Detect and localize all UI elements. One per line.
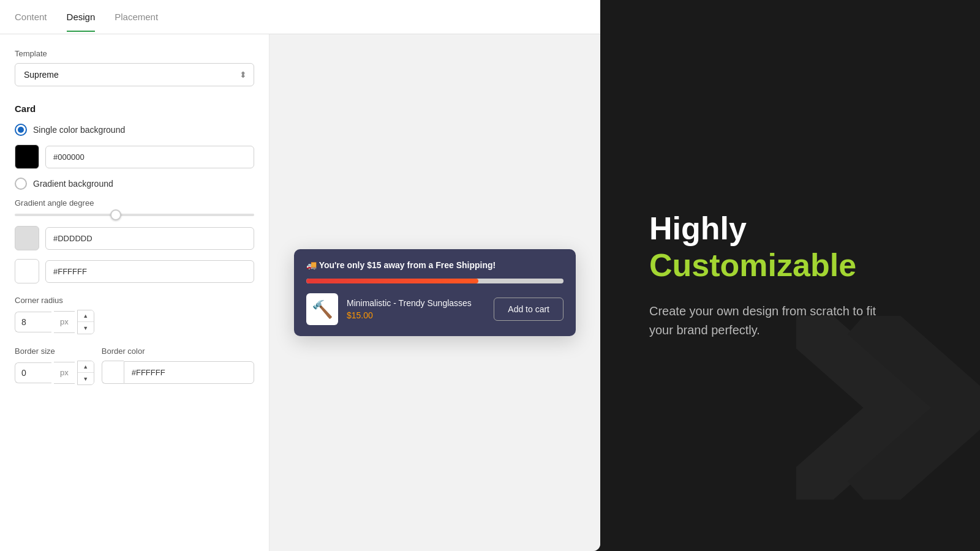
- card-section: Card Single color background Gradient ba…: [15, 103, 254, 283]
- gradient-color2-input[interactable]: [45, 260, 254, 283]
- single-color-label: Single color background: [33, 125, 125, 135]
- template-label: Template: [15, 49, 254, 58]
- progress-bar-track: [306, 279, 564, 283]
- template-group: Template Supreme Classic Modern Minimal …: [15, 49, 254, 86]
- product-info: Minimalistic - Trendy Sunglasses $15.00: [347, 298, 485, 320]
- border-color-group: Border color: [102, 347, 254, 384]
- slider-track: [15, 214, 254, 216]
- single-color-input[interactable]: [45, 146, 254, 168]
- border-color-swatch[interactable]: [102, 361, 124, 384]
- right-title-line1: Highly: [649, 211, 931, 246]
- gradient-color1-swatch[interactable]: [15, 226, 39, 250]
- corner-radius-increment[interactable]: ▲: [78, 310, 94, 322]
- product-card: 🚚 You're only $15 away from a Free Shipp…: [294, 249, 576, 336]
- template-select[interactable]: Supreme Classic Modern Minimal: [15, 63, 254, 86]
- border-color-label: Border color: [102, 347, 254, 356]
- border-size-increment[interactable]: ▲: [78, 361, 94, 373]
- corner-radius-label: Corner radius: [15, 296, 254, 305]
- single-color-radio-group[interactable]: Single color background: [15, 124, 254, 136]
- gradient-label: Gradient background: [33, 179, 113, 189]
- corner-radius-unit: px: [54, 311, 75, 333]
- right-title-line2: Customizable: [649, 246, 931, 284]
- tab-design[interactable]: Design: [67, 2, 96, 32]
- single-color-swatch[interactable]: [15, 144, 39, 169]
- preview-area: 🚚 You're only $15 away from a Free Shipp…: [270, 34, 600, 551]
- product-emoji: 🔨: [312, 299, 333, 320]
- product-row: 🔨 Minimalistic - Trendy Sunglasses $15.0…: [306, 293, 564, 325]
- corner-radius-group: Corner radius px ▲ ▼: [15, 296, 254, 334]
- right-description: Create your own design from scratch to f…: [649, 302, 882, 340]
- add-to-cart-button[interactable]: Add to cart: [494, 298, 564, 321]
- border-size-input[interactable]: [15, 362, 51, 383]
- shipping-banner: 🚚 You're only $15 away from a Free Shipp…: [306, 260, 564, 270]
- border-size-group: Border size px ▲ ▼: [15, 347, 94, 385]
- border-color-wrapper: [102, 361, 254, 384]
- single-color-row: [15, 144, 254, 169]
- tab-content[interactable]: Content: [15, 2, 47, 32]
- gradient-color1-input[interactable]: [45, 227, 254, 250]
- gradient-color2-swatch[interactable]: [15, 259, 39, 283]
- corner-radius-decrement[interactable]: ▼: [78, 322, 94, 334]
- tab-placement[interactable]: Placement: [115, 2, 158, 32]
- content-area: Template Supreme Classic Modern Minimal …: [0, 34, 600, 551]
- border-size-input-row: px ▲ ▼: [15, 361, 94, 385]
- corner-radius-input-row: px ▲ ▼: [15, 310, 254, 334]
- product-price: $15.00: [347, 310, 485, 320]
- corner-radius-input[interactable]: [15, 312, 51, 332]
- single-color-radio-btn[interactable]: [15, 124, 27, 136]
- border-size-stepper: ▲ ▼: [77, 361, 94, 385]
- product-thumbnail: 🔨: [306, 293, 338, 325]
- chevron-bg-decoration: [796, 316, 980, 502]
- border-color-input[interactable]: [124, 361, 254, 384]
- slider-thumb[interactable]: [110, 209, 121, 220]
- progress-bar-fill: [306, 279, 478, 283]
- tabs-bar: Content Design Placement: [0, 0, 600, 34]
- right-panel: Highly Customizable Create your own desi…: [600, 0, 980, 551]
- border-size-unit: px: [54, 362, 75, 384]
- template-select-wrapper: Supreme Classic Modern Minimal ⬍: [15, 63, 254, 86]
- gradient-angle-slider[interactable]: [15, 214, 254, 216]
- corner-radius-stepper: ▲ ▼: [77, 310, 94, 334]
- gradient-radio-group[interactable]: Gradient background: [15, 178, 254, 190]
- gradient-angle-label: Gradient angle degree: [15, 198, 254, 208]
- gradient-color1-row: [15, 226, 254, 250]
- border-group: Border size px ▲ ▼ Border color: [15, 347, 254, 385]
- card-section-title: Card: [15, 103, 254, 114]
- gradient-color2-row: [15, 259, 254, 283]
- product-name: Minimalistic - Trendy Sunglasses: [347, 298, 485, 308]
- border-size-decrement[interactable]: ▼: [78, 373, 94, 384]
- left-panel: Content Design Placement Template Suprem…: [0, 0, 600, 551]
- right-content: Highly Customizable Create your own desi…: [649, 211, 931, 340]
- border-size-label: Border size: [15, 347, 94, 356]
- gradient-radio-btn[interactable]: [15, 178, 27, 190]
- settings-panel: Template Supreme Classic Modern Minimal …: [0, 34, 270, 551]
